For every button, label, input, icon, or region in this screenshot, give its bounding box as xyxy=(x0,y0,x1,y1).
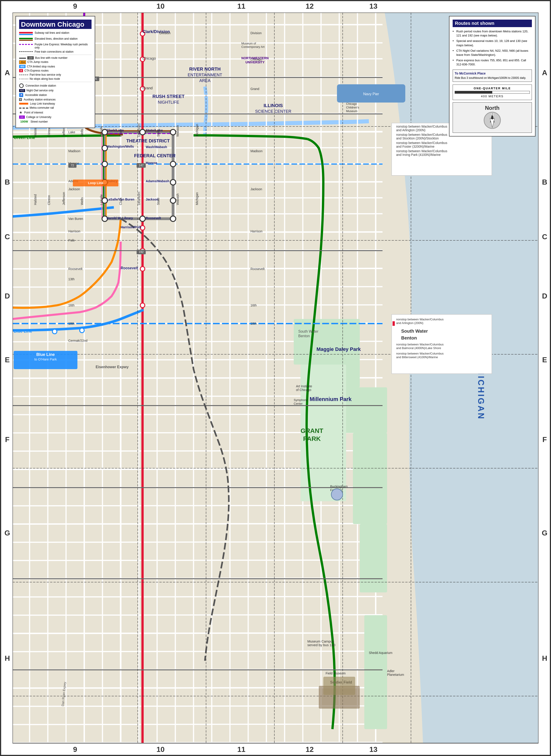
map-container: 9 10 11 12 13 9 10 11 12 13 A B C D E F … xyxy=(0,0,551,756)
svg-text:nonstop between Wacker/Columbu: nonstop between Wacker/Columbus xyxy=(396,343,444,346)
svg-text:18th: 18th xyxy=(250,322,256,325)
svg-point-286 xyxy=(331,489,343,500)
svg-point-96 xyxy=(170,180,176,185)
svg-text:of Chicago: of Chicago xyxy=(296,388,311,392)
svg-text:A: A xyxy=(542,68,547,77)
svg-point-97 xyxy=(170,198,176,203)
svg-text:Navy Pier: Navy Pier xyxy=(363,92,379,96)
svg-text:GRANT: GRANT xyxy=(301,427,323,434)
svg-text:and Irving Park (4100N)/Marine: and Irving Park (4100N)/Marine xyxy=(396,153,441,157)
svg-text:E: E xyxy=(5,356,10,364)
svg-text:Grand: Grand xyxy=(250,87,259,91)
svg-text:Clinton: Clinton xyxy=(47,127,51,137)
svg-text:Museum: Museum xyxy=(346,109,358,113)
svg-line-35 xyxy=(13,633,383,634)
mccormick-box: To McCormick Place Ride Bus 3 southbound… xyxy=(453,69,532,82)
svg-text:D: D xyxy=(542,292,547,300)
svg-text:Millennium Park: Millennium Park xyxy=(310,396,352,402)
svg-text:A: A xyxy=(5,68,10,77)
svg-text:served by bus 130: served by bus 130 xyxy=(308,643,336,647)
north-label: North xyxy=(455,105,529,111)
svg-text:Michigan: Michigan xyxy=(195,192,199,205)
svg-text:192: 192 xyxy=(139,250,144,254)
svg-line-41 xyxy=(13,742,383,743)
svg-text:nonstop between Wacker/Columbu: nonstop between Wacker/Columbus xyxy=(396,124,447,128)
svg-line-15 xyxy=(13,268,383,269)
svg-text:13: 13 xyxy=(369,2,378,10)
svg-text:Cermak/22nd: Cermak/22nd xyxy=(68,339,87,342)
svg-text:South Water: South Water xyxy=(298,329,319,333)
svg-text:N: N xyxy=(491,113,493,116)
routes-not-shown-box: Routes not shown • Rush period routes fr… xyxy=(449,16,536,137)
svg-text:and Balmoral (4000N)/Lake Shor: and Balmoral (4000N)/Lake Shore xyxy=(396,346,441,350)
svg-text:C: C xyxy=(542,233,547,241)
svg-text:State: State xyxy=(156,129,160,137)
legend-subway: Subway rail lines and station xyxy=(19,31,91,36)
svg-text:Madison: Madison xyxy=(250,149,262,153)
svg-text:11: 11 xyxy=(237,2,245,10)
svg-text:State: State xyxy=(156,198,160,205)
scale-metric: 400 METERS xyxy=(455,94,530,98)
svg-text:LaSalle: LaSalle xyxy=(99,126,103,137)
svg-text:Benton: Benton xyxy=(298,334,310,338)
svg-line-40 xyxy=(13,724,383,725)
svg-line-13 xyxy=(13,232,383,232)
svg-point-111 xyxy=(52,329,57,334)
svg-text:Polk: Polk xyxy=(68,239,75,242)
svg-point-98 xyxy=(170,216,176,222)
svg-rect-295 xyxy=(323,677,355,695)
svg-point-94 xyxy=(170,130,176,135)
svg-text:AREA: AREA xyxy=(199,78,210,83)
scale-label: ONE-QUARTER MILE xyxy=(455,86,530,90)
svg-text:C: C xyxy=(5,233,10,241)
svg-text:Grand: Grand xyxy=(142,86,152,90)
svg-text:nonstop between Wacker/Columbu: nonstop between Wacker/Columbus xyxy=(396,352,444,355)
svg-text:Van Buren: Van Buren xyxy=(68,217,83,221)
svg-text:Wabash: Wabash xyxy=(176,194,179,205)
routes-item-4: • Pace express bus routes 755, 850, 851 … xyxy=(453,58,532,66)
svg-text:Roosevelt: Roosevelt xyxy=(250,267,264,271)
svg-text:Roosevelt: Roosevelt xyxy=(121,266,138,270)
svg-text:16th: 16th xyxy=(250,303,256,307)
svg-text:Adams/Wabash: Adams/Wabash xyxy=(146,179,169,183)
svg-text:12: 12 xyxy=(306,745,314,753)
svg-text:PARK: PARK xyxy=(303,435,321,442)
svg-line-17 xyxy=(13,305,383,305)
svg-text:RIVER NORTH: RIVER NORTH xyxy=(189,66,220,71)
svg-line-10 xyxy=(13,182,383,182)
svg-text:11: 11 xyxy=(237,745,245,753)
svg-text:G: G xyxy=(5,529,10,537)
svg-text:Eisenhower Expwy: Eisenhower Expwy xyxy=(96,365,129,369)
svg-text:Benton: Benton xyxy=(401,335,417,340)
svg-text:9: 9 xyxy=(73,745,77,753)
svg-text:Field Museum: Field Museum xyxy=(326,672,346,675)
svg-text:ENTERTAINMENT: ENTERTAINMENT xyxy=(187,73,222,77)
svg-text:RUSH STREET: RUSH STREET xyxy=(152,94,184,99)
svg-line-12 xyxy=(13,214,383,214)
north-arrow-container: North N xyxy=(453,102,532,133)
svg-text:G: G xyxy=(542,529,548,537)
svg-text:nonstop between Wacker/Columbu: nonstop between Wacker/Columbus xyxy=(396,318,444,321)
svg-rect-228 xyxy=(0,0,13,756)
svg-text:Wells: Wells xyxy=(80,129,84,137)
svg-text:Planetarium: Planetarium xyxy=(387,673,404,677)
svg-text:Dearborn: Dearborn xyxy=(137,192,141,205)
svg-text:Division: Division xyxy=(250,31,261,35)
svg-line-28 xyxy=(13,505,383,506)
svg-text:Monroe: Monroe xyxy=(146,161,157,165)
svg-point-110 xyxy=(80,328,84,333)
svg-text:Children's: Children's xyxy=(346,106,359,109)
svg-rect-64 xyxy=(353,433,387,524)
svg-point-109 xyxy=(140,303,145,308)
svg-point-99 xyxy=(140,216,145,222)
svg-text:nonstop between Wacker/Columbu: nonstop between Wacker/Columbus xyxy=(396,149,447,153)
svg-text:nonstop between Wacker/Columbu: nonstop between Wacker/Columbus xyxy=(396,141,447,145)
svg-text:72: 72 xyxy=(71,164,74,167)
svg-text:10: 10 xyxy=(156,745,165,753)
svg-text:Museum Campus: Museum Campus xyxy=(308,639,334,643)
north-arrow-icon: N xyxy=(483,111,501,130)
svg-rect-229 xyxy=(538,0,551,756)
svg-text:10: 10 xyxy=(156,2,165,10)
svg-text:ILLINOIS: ILLINOIS xyxy=(264,103,283,108)
svg-text:Loop Link: Loop Link xyxy=(88,181,103,185)
